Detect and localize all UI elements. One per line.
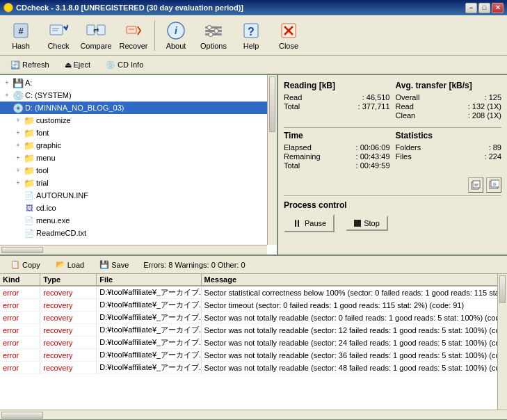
check-button[interactable]: Check [40, 17, 77, 54]
maximize-button[interactable]: □ [478, 3, 490, 13]
clean-label: Clean [396, 111, 437, 120]
tree-toggle-trial[interactable]: + [13, 177, 24, 188]
log-load-button[interactable]: 📂 Load [49, 258, 90, 271]
tree-scroll-thumb-h[interactable] [1, 247, 43, 253]
recover-button[interactable]: Recover [115, 17, 152, 54]
bottom-scrollbar[interactable] [0, 410, 507, 419]
help-button[interactable]: ? Help [233, 17, 269, 54]
tree-item-a[interactable]: + 💾 A: [0, 76, 277, 89]
log-cell-message: Sector was not totally readable (sector:… [201, 324, 506, 337]
tree-toggle-autorun [13, 190, 24, 201]
log-copy-button[interactable]: 📋 Copy [4, 258, 47, 271]
options-button[interactable]: Options [195, 17, 232, 54]
recover-icon [124, 21, 143, 40]
cdinfo-button[interactable]: 💿 CD Info [99, 58, 150, 72]
log-cell-type: recovery [40, 299, 97, 312]
read-avg-row: Read : 132 (1X) [396, 102, 502, 111]
log-scroll-thumb[interactable] [499, 275, 506, 303]
file-readme-icon: 📄 [24, 227, 35, 239]
log-table-row: errorrecoveryD:¥tool¥affiliate¥_アーカイブ...… [0, 337, 507, 349]
tree-item-readme[interactable]: 📄 ReadmeCD.txt [0, 227, 277, 239]
refresh-icon: 🔄 [10, 60, 20, 70]
tree-toggle-a[interactable]: + [1, 77, 13, 88]
file-menuexe-icon: 📄 [24, 215, 35, 226]
cdinfo-label: CD Info [118, 60, 143, 69]
help-label: Help [243, 42, 259, 50]
tree-item-customize[interactable]: + 📁 customize [0, 114, 277, 127]
log-vertical-scrollbar[interactable] [497, 274, 507, 410]
tree-item-menu[interactable]: + 📁 menu [0, 152, 277, 164]
about-icon: i [166, 21, 186, 40]
tree-vertical-scrollbar[interactable] [267, 75, 277, 245]
svg-rect-8 [127, 26, 136, 33]
tree-toggle-c[interactable]: + [1, 90, 13, 101]
files-row: Files : 224 [396, 152, 502, 161]
refresh-label: Refresh [22, 60, 49, 69]
stop-button[interactable]: Stop [346, 216, 388, 231]
drive-c-icon: 💿 [13, 90, 24, 101]
title-bar: CDcheck - 3.1.8.0 [UNREGISTERED (30 day … [0, 0, 507, 15]
tree-item-cdico[interactable]: 🖼 cd.ico [0, 202, 277, 214]
close-button[interactable]: Close [271, 17, 307, 54]
svg-point-29 [493, 183, 496, 186]
compare-icon: ⇄ [86, 21, 106, 40]
tree-item-tool[interactable]: + 📁 tool [0, 164, 277, 177]
info-grid-bottom: Time Elapsed : 00:06:09 Remaining : 00:4… [284, 131, 501, 175]
tree-toggle-menu[interactable]: + [13, 152, 24, 163]
about-button[interactable]: i About [158, 17, 194, 54]
log-table-row: errorrecoveryD:¥tool¥affiliate¥_アーカイブ...… [0, 312, 507, 324]
tree-item-trial[interactable]: + 📁 trial [0, 177, 277, 189]
log-cell-type: recovery [40, 349, 97, 362]
app-icon [3, 3, 13, 13]
col-header-type: Type [40, 274, 97, 286]
pause-button[interactable]: ⏸ Pause [284, 214, 335, 232]
log-cell-kind: error [0, 312, 40, 324]
tree-text-c: C: (SYSTEM) [25, 91, 72, 99]
compare-button[interactable]: ⇄ Compare [78, 17, 114, 54]
tree-item-autorun[interactable]: 📄 AUTORUN.INF [0, 189, 277, 202]
svg-point-15 [207, 25, 211, 29]
copy-image-button[interactable] [486, 177, 501, 193]
tree-item-c[interactable]: + 💿 C: (SYSTEM) [0, 89, 277, 102]
tree-toggle-graphic[interactable]: + [13, 140, 24, 151]
tree-toggle-customize[interactable]: + [13, 115, 24, 126]
window-close-button[interactable]: ✕ [492, 3, 504, 13]
check-icon [49, 21, 68, 40]
main-content: + 💾 A: + 💿 C: (SYSTEM) – 💿 D: (MINNNA_NO… [0, 75, 507, 256]
log-status: Errors: 8 Warnings: 0 Other: 0 [143, 261, 245, 269]
log-cell-file: D:¥tool¥affiliate¥_アーカイブ... [97, 362, 201, 374]
log-cell-kind: error [0, 299, 40, 312]
log-cell-type: recovery [40, 324, 97, 337]
tree-item-font[interactable]: + 📁 font [0, 127, 277, 139]
minimize-button[interactable]: – [465, 3, 477, 13]
pause-icon: ⏸ [292, 218, 302, 229]
tree-text-customize: customize [36, 116, 71, 124]
tree-horizontal-scrollbar[interactable] [0, 245, 267, 255]
tree-toggle-font[interactable]: + [13, 127, 24, 138]
close-label: Close [279, 42, 298, 50]
log-cell-file: D:¥tool¥affiliate¥_アーカイブ... [97, 312, 201, 324]
info-divider-2 [284, 195, 501, 196]
info-panel: Reading [kB] Read : 46,510 Total : 377,7… [278, 75, 507, 255]
tree-toggle-tool[interactable]: + [13, 165, 24, 176]
tree-item-graphic[interactable]: + 📁 graphic [0, 139, 277, 152]
tree-item-d[interactable]: – 💿 D: (MINNNA_NO_BLOG_03) [0, 102, 277, 114]
log-cell-type: recovery [40, 286, 97, 299]
file-tree: + 💾 A: + 💿 C: (SYSTEM) – 💿 D: (MINNNA_NO… [0, 75, 277, 245]
refresh-button[interactable]: 🔄 Refresh [4, 58, 56, 72]
hash-button[interactable]: # Hash [3, 17, 39, 54]
log-table: Kind Type File Message errorrecoveryD:¥t… [0, 274, 507, 374]
tree-toggle-d[interactable]: – [1, 102, 13, 113]
tree-scroll-thumb-v[interactable] [269, 76, 275, 132]
log-save-button[interactable]: 💾 Save [93, 258, 135, 271]
copy-text-button[interactable] [468, 177, 483, 193]
eject-button[interactable]: ⏏ Eject [58, 58, 97, 72]
files-label: Files [396, 152, 437, 161]
folders-row: Folders : 89 [396, 143, 502, 152]
tree-item-menuexe[interactable]: 📄 menu.exe [0, 214, 277, 227]
log-cell-file: D:¥tool¥affiliate¥_アーカイブ... [97, 286, 201, 299]
log-cell-kind: error [0, 286, 40, 299]
stop-icon [354, 220, 361, 227]
bottom-scroll-thumb[interactable] [1, 412, 43, 419]
tree-toggle-readme [13, 227, 24, 239]
